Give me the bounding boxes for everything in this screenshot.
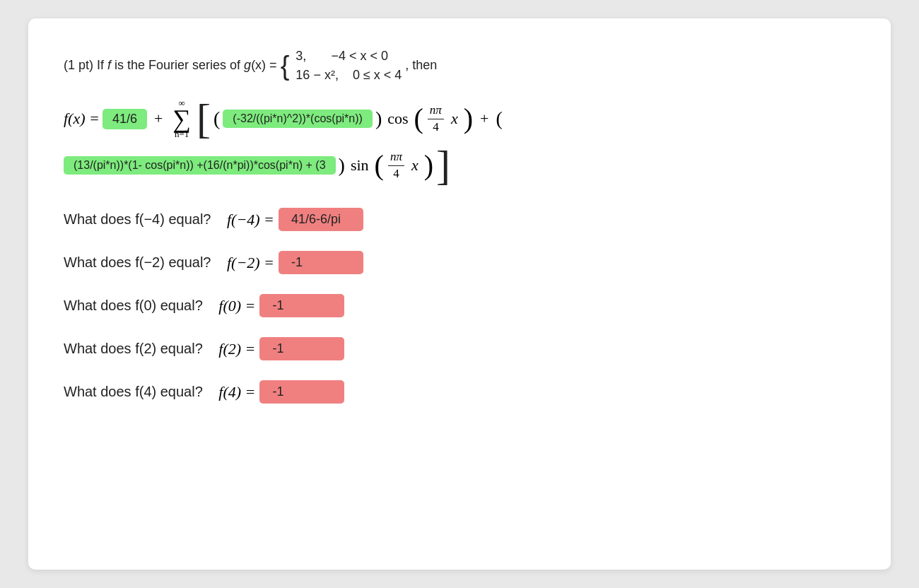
sum-sub: n=1 — [175, 129, 189, 140]
question-row-0: What does f(−4) equal? f(−4) = 41/6-6/pi — [64, 208, 855, 231]
q4-answer[interactable]: -1 — [259, 380, 344, 404]
formula-line-2: (13/(pi*n))*(1- cos(pi*n)) +(16/(n*pi))*… — [64, 144, 855, 187]
q1-label: What does f(−2) equal? — [64, 254, 211, 271]
plus-3: + — [480, 110, 488, 128]
q2-answer[interactable]: -1 — [259, 294, 344, 317]
left-bracket: [ — [197, 98, 211, 140]
q4-label: What does f(4) equal? — [64, 384, 203, 400]
q3-label: What does f(2) equal? — [64, 341, 203, 357]
q0-label: What does f(−4) equal? — [64, 211, 211, 228]
question-row-2: What does f(0) equal? f(0) = -1 — [64, 294, 855, 317]
sin-open-paren: ( — [375, 151, 384, 180]
question-row-1: What does f(−2) equal? f(−2) = -1 — [64, 251, 855, 274]
sin-frac-num: nπ — [388, 150, 404, 165]
summation: ∞ ∑ n=1 — [172, 98, 191, 140]
q0-eq: f(−4) = — [215, 211, 274, 229]
plus-sum: + — [154, 110, 163, 128]
cosine-coeff-box[interactable]: (-32/((pi*n)^2))*(cos(pi*n)) — [223, 110, 373, 128]
sin-x: x — [411, 156, 418, 175]
problem-statement: (1 pt) If f is the Fourier series of g(x… — [64, 47, 855, 85]
sine-coeff-box[interactable]: (13/(pi*n))*(1- cos(pi*n)) +(16/(n*pi))*… — [64, 156, 336, 175]
questions-section: What does f(−4) equal? f(−4) = 41/6-6/pi… — [64, 208, 855, 404]
piecewise-cases: 3, −4 < x < 0 16 − x², 0 ≤ x < 4 — [295, 47, 402, 85]
sigma-symbol: ∑ — [172, 106, 191, 131]
question-row-3: What does f(2) equal? f(2) = -1 — [64, 337, 855, 360]
q0-answer[interactable]: 41/6-6/pi — [279, 208, 363, 231]
cos-frac-den: 4 — [431, 119, 441, 134]
sin-label: sin — [351, 156, 369, 175]
fx-label: f(x) = — [64, 110, 100, 128]
q1-answer[interactable]: -1 — [279, 251, 363, 274]
title-then: , then — [405, 58, 437, 72]
cos-x: x — [451, 110, 458, 128]
close-paren-1: ) — [375, 107, 382, 130]
q3-answer[interactable]: -1 — [259, 337, 344, 360]
q2-eq: f(0) = — [207, 297, 256, 315]
cos-frac: nπ 4 — [428, 103, 444, 134]
q3-eq: f(2) = — [207, 340, 256, 358]
main-card: (1 pt) If f is the Fourier series of g(x… — [28, 18, 891, 570]
question-row-4: What does f(4) equal? f(4) = -1 — [64, 380, 855, 404]
close-paren-2: ) — [339, 154, 345, 177]
sin-frac-den: 4 — [391, 166, 402, 181]
q4-eq: f(4) = — [207, 383, 256, 401]
g-var: g — [244, 58, 251, 72]
open-paren-1: ( — [213, 107, 220, 130]
cos-frac-num: nπ — [428, 103, 444, 119]
title-mid: is the Fourier series of — [111, 58, 244, 72]
cos-close-paren: ) — [464, 105, 473, 133]
title-prefix: (1 pt) If — [64, 58, 107, 72]
sin-frac: nπ 4 — [388, 150, 404, 181]
cos-label: cos — [387, 110, 408, 128]
constant-box[interactable]: 41/6 — [103, 109, 147, 129]
left-brace: { — [281, 51, 290, 81]
cos-open-paren: ( — [414, 105, 423, 133]
sin-close-paren: ) — [424, 151, 433, 180]
open-paren-2: ( — [496, 107, 502, 130]
q1-eq: f(−2) = — [215, 254, 274, 272]
right-bracket: ] — [436, 144, 450, 187]
g-arg: (x) = — [251, 58, 281, 72]
q2-label: What does f(0) equal? — [64, 298, 203, 314]
formula-line-1: f(x) = 41/6 + ∞ ∑ n=1 [ ( (-32/((pi*n)^2… — [64, 98, 855, 140]
